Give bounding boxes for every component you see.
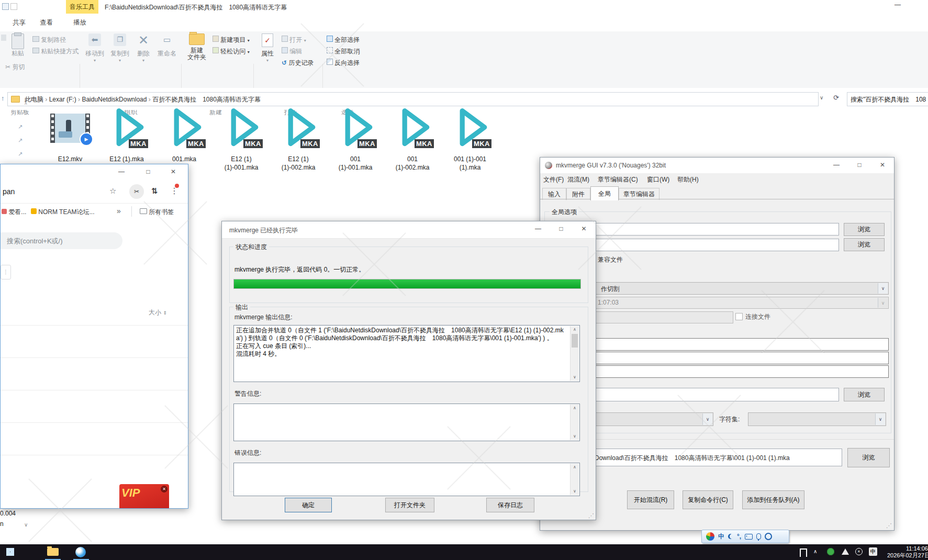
tray-volume-muted-icon[interactable]: ✕ xyxy=(855,548,863,555)
site-search-input[interactable]: 搜索(control+K或/) xyxy=(1,232,122,249)
explorer-minimize-button[interactable]: — xyxy=(890,1,905,12)
cut-button[interactable]: ✂ 剪切 xyxy=(5,63,25,72)
ime-chinese-mode-icon[interactable]: 中 xyxy=(718,532,724,541)
taskbar-explorer-icon[interactable] xyxy=(47,548,59,556)
breadcrumb-lexar-f[interactable]: Lexar (F:) xyxy=(49,96,76,103)
file-001-1-002-mka[interactable]: MKA 001(1)-002.mka xyxy=(387,104,438,174)
menu-mux[interactable]: 混流(M) xyxy=(567,175,589,184)
start-muxing-button[interactable]: 开始混流(R) xyxy=(627,490,674,509)
quick-access-icon-2[interactable] xyxy=(10,3,17,10)
charset-dropdown[interactable]: ∨ xyxy=(748,412,886,426)
browse-output-button[interactable]: 浏览 xyxy=(847,448,890,467)
menu-chapter-editor[interactable]: 章节编辑器(C) xyxy=(598,175,638,184)
delete-button[interactable]: ✕ 删除 ▾ xyxy=(133,33,154,63)
next-segment-input[interactable] xyxy=(546,365,889,378)
all-bookmarks-button[interactable]: 所有书签 xyxy=(140,208,174,217)
ime-language-bar[interactable]: 中 °, xyxy=(701,530,789,543)
taskbar-clock[interactable]: 11:14:06 2026年02月27日 xyxy=(887,545,928,559)
bookmark-item-norm-team[interactable]: NORM TEAM论坛... xyxy=(31,208,94,217)
mkvgui-minimize-button[interactable]: — xyxy=(825,158,848,173)
tab-view[interactable]: 查看 xyxy=(40,18,53,27)
file-title-input[interactable] xyxy=(594,223,839,236)
dialog-minimize-button[interactable]: — xyxy=(527,221,550,237)
resize-grip-icon[interactable]: ⋰ xyxy=(588,512,594,519)
tray-show-hidden-icon[interactable]: ∧ xyxy=(813,548,817,554)
scroll-up-icon[interactable]: ∧ xyxy=(571,326,579,333)
copy-path-button[interactable]: 复制路径 xyxy=(32,36,66,44)
menu-window[interactable]: 窗口(W) xyxy=(647,175,669,184)
segment-uid-input[interactable] xyxy=(546,338,889,351)
scroll-up-icon[interactable]: ∧ xyxy=(571,464,579,471)
contextual-tab-music-tools[interactable]: 音乐工具 xyxy=(66,0,98,14)
move-to-button[interactable]: ⬅ 移动到 ▾ xyxy=(83,33,107,63)
tab-global-active[interactable]: 全局 xyxy=(590,186,619,200)
browse-button-2[interactable]: 浏览 xyxy=(844,238,885,251)
link-files-checkbox[interactable] xyxy=(735,313,743,320)
menu-file[interactable]: 文件(F) xyxy=(543,175,564,184)
vertical-scrollbar[interactable]: ∧ ∨ xyxy=(570,405,579,440)
vip-ad[interactable]: VIP ✕ 立 即 参 与 xyxy=(119,484,169,508)
ad-close-icon[interactable]: ✕ xyxy=(161,486,167,492)
scroll-down-icon[interactable]: ∨ xyxy=(571,433,579,440)
paste-button[interactable]: 粘贴 xyxy=(4,33,31,58)
tab-chapter-editor[interactable]: 章节编辑器 xyxy=(619,188,659,200)
vertical-scrollbar[interactable]: ∧ ∨ xyxy=(570,464,579,495)
scroll-up-icon[interactable]: ∧ xyxy=(571,405,579,412)
new-item-button[interactable]: 新建项目 ▾ xyxy=(213,36,250,44)
quick-access-icon[interactable] xyxy=(2,3,9,10)
ime-logo-icon[interactable] xyxy=(706,532,714,541)
tray-antivirus-icon[interactable] xyxy=(827,548,834,555)
up-arrow-button[interactable]: ↑ xyxy=(1,94,5,102)
breadcrumb-baidunetdiskdownload[interactable]: BaiduNetdiskDownload xyxy=(82,96,147,103)
scroll-down-icon[interactable]: ∨ xyxy=(571,374,579,381)
file-001-1-001-mka[interactable]: MKA 001(1)-001.mka xyxy=(330,104,381,174)
warnings-textarea[interactable]: ∧ ∨ xyxy=(233,404,580,441)
start-button[interactable] xyxy=(6,548,14,556)
output-textarea[interactable]: 正在追加合并轨道 0（自文件 1 ('F:\BaiduNetdiskDownlo… xyxy=(233,325,580,382)
mkvgui-maximize-button[interactable]: □ xyxy=(848,158,871,173)
scroll-down-icon[interactable]: ∨ xyxy=(571,488,579,495)
vertical-scrollbar[interactable]: ∧ ∨ xyxy=(570,326,579,381)
browse-button-3[interactable]: 浏览 xyxy=(844,388,885,401)
history-button[interactable]: ↺ 历史记录 xyxy=(282,59,314,68)
drag-handle-widget[interactable]: ⋮ xyxy=(1,265,11,279)
ime-keyboard-icon[interactable] xyxy=(745,534,753,540)
select-all-button[interactable]: 全部选择 xyxy=(327,36,360,44)
bookmark-item[interactable]: 爱看... xyxy=(2,208,26,217)
ime-settings-gear-icon[interactable] xyxy=(765,533,772,540)
mkvgui-close-button[interactable]: ✕ xyxy=(871,158,894,173)
split-mode-dropdown[interactable]: 作切割 ∨ xyxy=(546,282,889,295)
easy-access-button[interactable]: 轻松访问 ▾ xyxy=(213,47,250,56)
tab-play[interactable]: 播放 xyxy=(73,18,86,27)
ime-punctuation-icon[interactable]: °, xyxy=(737,533,741,540)
properties-button[interactable]: ✓ 属性 ▾ xyxy=(256,33,278,63)
tray-ime-icon[interactable]: 中 xyxy=(869,547,877,556)
tab-input[interactable]: 输入 xyxy=(542,188,566,200)
dialog-maximize-button[interactable]: □ xyxy=(550,221,573,237)
navpane-scroll-up-icon[interactable]: ∧ xyxy=(24,100,28,106)
open-folder-button[interactable]: 打开文件夹 xyxy=(385,498,434,512)
reader-scissors-icon[interactable]: ✂ xyxy=(129,184,144,199)
address-dropdown-button[interactable]: ∨ xyxy=(820,95,823,100)
tab-share[interactable]: 共享 xyxy=(13,18,26,27)
bookmark-star-icon[interactable]: ☆ xyxy=(109,186,116,196)
url-text[interactable]: pan xyxy=(3,187,15,196)
menu-help[interactable]: 帮助(H) xyxy=(677,175,699,184)
copy-commandline-button[interactable]: 复制命令行(C) xyxy=(683,490,733,509)
new-folder-button[interactable]: 新建文件夹 xyxy=(184,33,209,61)
ok-button[interactable]: 确定 xyxy=(285,498,332,512)
ime-fullwidth-icon[interactable] xyxy=(728,534,733,539)
scrollbar-thumb[interactable] xyxy=(572,334,578,348)
paste-shortcut-button[interactable]: 粘贴快捷方式 xyxy=(32,47,79,56)
edit-button[interactable]: 编辑 xyxy=(282,47,302,56)
dialog-close-button[interactable]: ✕ xyxy=(573,221,595,237)
breadcrumb-current-folder[interactable]: 百折不挠具海拉 1080高清韩语无字幕 xyxy=(152,96,261,103)
previous-segment-input[interactable] xyxy=(546,352,889,364)
invert-selection-button[interactable]: 反向选择 xyxy=(327,59,360,68)
errors-textarea[interactable]: ∧ ∨ xyxy=(233,463,580,496)
open-button[interactable]: 打开 ▾ xyxy=(282,36,306,44)
tab-attachments[interactable]: 附件 xyxy=(566,188,590,200)
sort-extension-icon[interactable]: ⇅ xyxy=(151,186,158,196)
browser-close-button[interactable]: ✕ xyxy=(163,164,184,180)
copy-to-button[interactable]: ❐ 复制到 ▾ xyxy=(108,33,132,63)
